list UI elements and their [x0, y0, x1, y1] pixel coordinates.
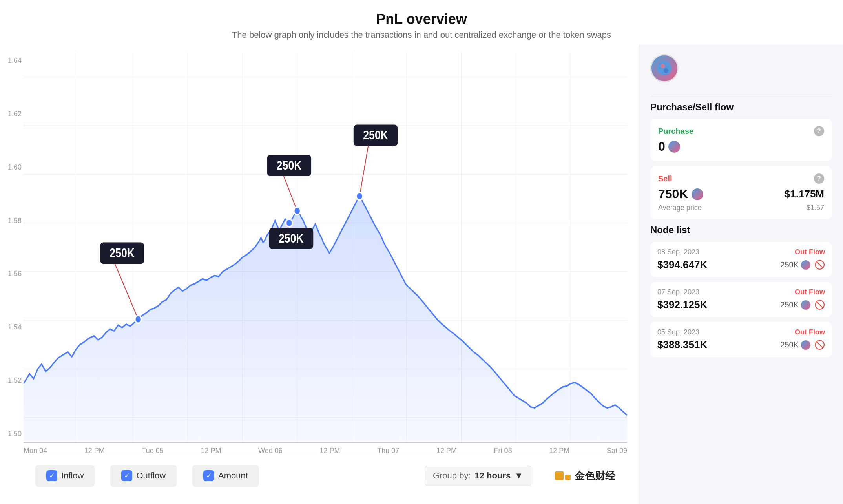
group-by-value: 12 hours — [475, 471, 511, 481]
sell-card: Sell ? 750K $1.175M Average price $1.57 — [650, 166, 832, 219]
legend-amount[interactable]: ✓ Amount — [192, 465, 259, 487]
group-by-selector[interactable]: Group by: 12 hours ▼ — [425, 466, 531, 486]
chart-wrapper: 1.64 1.62 1.60 1.58 1.56 1.54 1.52 1.50 — [24, 53, 627, 443]
node-flow-type-2: Out Flow — [795, 328, 825, 336]
node-date-row-1: 07 Sep, 2023 Out Flow — [657, 288, 825, 296]
chart-area: 1.64 1.62 1.60 1.58 1.56 1.54 1.52 1.50 — [0, 45, 639, 504]
node-amount-0: $394.647K — [657, 259, 707, 271]
x-axis: Mon 04 12 PM Tue 05 12 PM Wed 06 12 PM T… — [24, 443, 627, 455]
svg-point-25 — [286, 219, 292, 227]
svg-point-19 — [135, 316, 141, 323]
svg-point-35 — [661, 64, 665, 68]
sell-amount-row: 750K $1.175M — [658, 187, 824, 201]
node-amount-2: $388.351K — [657, 339, 707, 351]
legend-bar: ✓ Inflow ✓ Outflow ✓ Amount Group by: 12… — [24, 455, 627, 496]
node-date-row-2: 05 Sep, 2023 Out Flow — [657, 328, 825, 336]
avg-price-label: Average price — [658, 204, 702, 212]
y-label-3: 1.60 — [2, 163, 22, 172]
node-item-2: 05 Sep, 2023 Out Flow $388.351K 250K 🚫 — [650, 322, 832, 357]
x-label-mon04: Mon 04 — [24, 447, 47, 455]
x-label-wed06: Wed 06 — [258, 447, 283, 455]
svg-text:250K: 250K — [279, 231, 304, 245]
svg-line-18 — [112, 257, 139, 320]
inflow-checkbox[interactable]: ✓ — [46, 470, 57, 481]
x-label-12pm-3: 12 PM — [319, 447, 340, 455]
eye-slash-icon-2[interactable]: 🚫 — [814, 340, 825, 350]
x-label-12pm-1: 12 PM — [84, 447, 105, 455]
x-label-12pm-2: 12 PM — [201, 447, 221, 455]
svg-point-23 — [356, 192, 363, 200]
node-date-1: 07 Sep, 2023 — [657, 288, 699, 296]
legend-outflow[interactable]: ✓ Outflow — [110, 465, 177, 487]
sell-token-icon — [692, 188, 703, 200]
svg-point-34 — [657, 61, 671, 75]
page-header: PnL overview The below graph only includ… — [0, 0, 843, 45]
node-flow-type-1: Out Flow — [795, 288, 825, 296]
x-label-sat09: Sat 09 — [607, 447, 627, 455]
svg-text:250K: 250K — [277, 158, 302, 172]
group-by-prefix: Group by: — [433, 471, 471, 481]
node-list-title: Node list — [650, 225, 832, 236]
outflow-checkbox[interactable]: ✓ — [121, 470, 132, 481]
watermark: 金色财经 — [555, 469, 615, 483]
node-flow-type-0: Out Flow — [795, 248, 825, 256]
node-amount-1: $392.125K — [657, 299, 707, 311]
node-amount-row-1: $392.125K 250K 🚫 — [657, 299, 825, 311]
node-amount-row-2: $388.351K 250K 🚫 — [657, 339, 825, 351]
node-right-0: 250K 🚫 — [780, 260, 825, 270]
purchase-card: Purchase ? 0 — [650, 119, 832, 161]
node-amount-row-0: $394.647K 250K 🚫 — [657, 259, 825, 271]
outflow-label: Outflow — [136, 471, 166, 481]
node-date-2: 05 Sep, 2023 — [657, 328, 699, 336]
node-token-icon-0 — [801, 260, 810, 270]
eye-slash-icon-0[interactable]: 🚫 — [814, 260, 825, 270]
watermark-icon — [555, 471, 571, 480]
node-token-icon-2 — [801, 340, 810, 350]
y-label-8: 1.50 — [2, 430, 22, 438]
node-token-icon-1 — [801, 300, 810, 310]
y-label-2: 1.62 — [2, 110, 22, 118]
sell-label: Sell — [658, 174, 672, 183]
purchase-label: Purchase — [658, 127, 693, 136]
purchase-type-row: Purchase ? — [658, 126, 824, 136]
token-icon — [650, 54, 679, 82]
x-label-tue05: Tue 05 — [142, 447, 163, 455]
watermark-text: 金色财经 — [575, 469, 615, 483]
sell-help-icon[interactable]: ? — [814, 173, 824, 184]
eye-slash-icon-1[interactable]: 🚫 — [814, 300, 825, 310]
legend-inflow[interactable]: ✓ Inflow — [35, 465, 95, 487]
page-subtitle: The below graph only includes the transa… — [0, 30, 843, 40]
svg-point-21 — [294, 207, 300, 215]
chevron-down-icon: ▼ — [515, 471, 523, 481]
node-token-amount-0: 250K — [780, 260, 810, 270]
inflow-label: Inflow — [61, 471, 84, 481]
svg-text:250K: 250K — [363, 128, 388, 142]
sell-amount: 750K — [658, 187, 703, 201]
purchase-amount-row: 0 — [658, 139, 824, 154]
svg-point-36 — [664, 68, 668, 73]
node-token-amount-2: 250K — [780, 340, 810, 350]
purchase-help-icon[interactable]: ? — [814, 126, 824, 136]
x-label-12pm-4: 12 PM — [436, 447, 457, 455]
y-axis: 1.64 1.62 1.60 1.58 1.56 1.54 1.52 1.50 — [2, 53, 22, 442]
avg-price-value: $1.57 — [807, 204, 824, 212]
amount-checkbox[interactable]: ✓ — [203, 470, 214, 481]
amount-label: Amount — [218, 471, 248, 481]
sidebar-divider-1 — [650, 96, 832, 96]
avg-price-row: Average price $1.57 — [658, 204, 824, 212]
purchase-amount: 0 — [658, 139, 680, 154]
node-item-1: 07 Sep, 2023 Out Flow $392.125K 250K 🚫 — [650, 282, 832, 317]
svg-text:250K: 250K — [109, 245, 135, 259]
x-label-12pm-5: 12 PM — [549, 447, 569, 455]
svg-line-22 — [359, 138, 370, 196]
y-label-7: 1.52 — [2, 376, 22, 385]
node-date-row-0: 08 Sep, 2023 Out Flow — [657, 248, 825, 256]
x-label-thu07: Thu 07 — [377, 447, 399, 455]
y-label-4: 1.58 — [2, 217, 22, 225]
node-token-amount-1: 250K — [780, 300, 810, 310]
node-date-0: 08 Sep, 2023 — [657, 248, 699, 256]
sell-type-row: Sell ? — [658, 173, 824, 184]
node-item-0: 08 Sep, 2023 Out Flow $394.647K 250K 🚫 — [650, 242, 832, 277]
node-right-1: 250K 🚫 — [780, 300, 825, 310]
page-title: PnL overview — [0, 11, 843, 27]
